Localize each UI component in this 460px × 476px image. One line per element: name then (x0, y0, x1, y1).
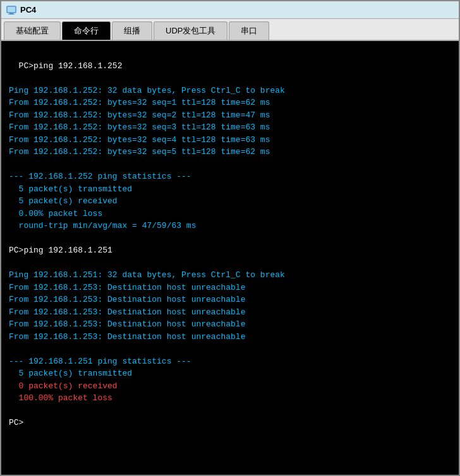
terminal-line: 0 packet(s) received (9, 381, 118, 391)
window-title: PC4 (20, 5, 36, 15)
terminal-line: From 192.168.1.253: Destination host unr… (9, 295, 245, 304)
tab-udp-tool[interactable]: UDP发包工具 (154, 21, 227, 40)
terminal-line: From 192.168.1.252: bytes=32 seq=4 ttl=1… (9, 135, 270, 145)
terminal-line: PC>ping 192.168.1.251 (9, 246, 112, 255)
terminal-line: --- 192.168.1.251 ping statistics --- (9, 357, 191, 366)
terminal-line: From 192.168.1.252: bytes=32 seq=1 ttl=1… (9, 98, 270, 107)
tab-multicast[interactable]: 组播 (112, 21, 152, 40)
tab-bar: 基础配置 命令行 组播 UDP发包工具 串口 (1, 19, 459, 41)
terminal-line: --- 192.168.1.252 ping statistics --- (9, 172, 191, 181)
terminal-line: From 192.168.1.253: Destination host unr… (9, 307, 245, 317)
terminal-line: From 192.168.1.253: Destination host unr… (9, 332, 245, 342)
tab-basic-config[interactable]: 基础配置 (4, 21, 61, 40)
terminal-line: From 192.168.1.252: bytes=32 seq=5 ttl=1… (9, 147, 270, 157)
terminal-line: Ping 192.168.1.252: 32 data bytes, Press… (9, 86, 285, 95)
terminal-line: From 192.168.1.253: Destination host unr… (9, 319, 245, 329)
svg-rect-3 (8, 7, 15, 12)
terminal-line: 0.00% packet loss (9, 209, 102, 218)
terminal-line: From 192.168.1.252: bytes=32 seq=3 ttl=1… (9, 122, 270, 132)
tab-command-line[interactable]: 命令行 (62, 21, 111, 40)
pc-icon (6, 5, 16, 15)
terminal-line: Ping 192.168.1.251: 32 data bytes, Press… (9, 270, 285, 280)
terminal-line: PC> (9, 418, 23, 427)
window: PC4 基础配置 命令行 组播 UDP发包工具 串口 PC>ping 192.1… (0, 0, 460, 476)
title-bar: PC4 (1, 1, 459, 19)
svg-rect-1 (9, 13, 13, 14)
terminal-line: 5 packet(s) received (9, 196, 118, 206)
terminal-line: From 192.168.1.253: Destination host unr… (9, 283, 245, 292)
terminal-line: 5 packet(s) transmitted (9, 184, 132, 194)
terminal-output[interactable]: PC>ping 192.168.1.252 Ping 192.168.1.252… (1, 41, 459, 475)
svg-rect-2 (8, 14, 15, 15)
terminal-line: PC>ping 192.168.1.252 (19, 61, 123, 71)
terminal-line: round-trip min/avg/max = 47/59/63 ms (9, 221, 196, 230)
tab-serial[interactable]: 串口 (229, 21, 269, 40)
terminal-line: 100.00% packet loss (9, 393, 112, 403)
terminal-line: 5 packet(s) transmitted (9, 369, 132, 378)
terminal-line: From 192.168.1.252: bytes=32 seq=2 ttl=1… (9, 110, 270, 120)
